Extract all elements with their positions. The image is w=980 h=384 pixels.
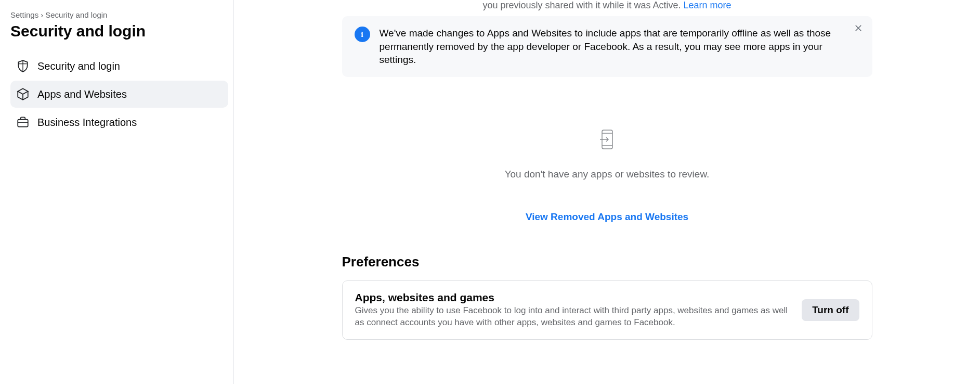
shield-icon bbox=[16, 59, 30, 73]
cutoff-partial-text: you previously shared with it while it w… bbox=[482, 0, 683, 10]
sidebar-item-apps-websites[interactable]: Apps and Websites bbox=[10, 81, 228, 108]
info-banner-text: We've made changes to Apps and Websites … bbox=[380, 27, 860, 67]
preferences-card: Apps, websites and games Gives you the a… bbox=[342, 280, 872, 340]
learn-more-link[interactable]: Learn more bbox=[684, 0, 731, 10]
empty-state: You don't have any apps or websites to r… bbox=[342, 98, 872, 190]
sidebar-item-business-integrations[interactable]: Business Integrations bbox=[10, 109, 228, 136]
sidebar-item-label: Business Integrations bbox=[37, 117, 137, 129]
preferences-heading: Preferences bbox=[342, 254, 872, 270]
sidebar: Settings › Security and login Security a… bbox=[0, 0, 234, 384]
breadcrumb-root[interactable]: Settings bbox=[10, 10, 38, 19]
info-icon: i bbox=[355, 27, 370, 42]
sidebar-item-label: Apps and Websites bbox=[37, 88, 127, 100]
cube-icon bbox=[16, 87, 30, 101]
prior-text-cutoff: you previously shared with it while it w… bbox=[342, 0, 872, 16]
turn-off-button[interactable]: Turn off bbox=[802, 299, 859, 321]
page-title: Security and login bbox=[10, 22, 228, 40]
close-icon[interactable] bbox=[854, 23, 863, 33]
briefcase-icon bbox=[16, 115, 30, 130]
breadcrumb: Settings › Security and login bbox=[10, 10, 228, 19]
sidebar-item-security[interactable]: Security and login bbox=[10, 53, 228, 80]
breadcrumb-current: Security and login bbox=[45, 10, 107, 19]
empty-state-text: You don't have any apps or websites to r… bbox=[342, 169, 872, 180]
main-content: you previously shared with it while it w… bbox=[234, 0, 980, 384]
pref-card-title: Apps, websites and games bbox=[355, 291, 792, 304]
breadcrumb-separator: › bbox=[41, 10, 43, 19]
device-arrow-icon bbox=[342, 129, 872, 150]
info-banner: i We've made changes to Apps and Website… bbox=[342, 16, 872, 77]
pref-card-description: Gives you the ability to use Facebook to… bbox=[355, 305, 792, 329]
view-removed-link[interactable]: View Removed Apps and Websites bbox=[342, 190, 872, 254]
sidebar-item-label: Security and login bbox=[37, 60, 120, 72]
svg-rect-0 bbox=[18, 120, 28, 127]
